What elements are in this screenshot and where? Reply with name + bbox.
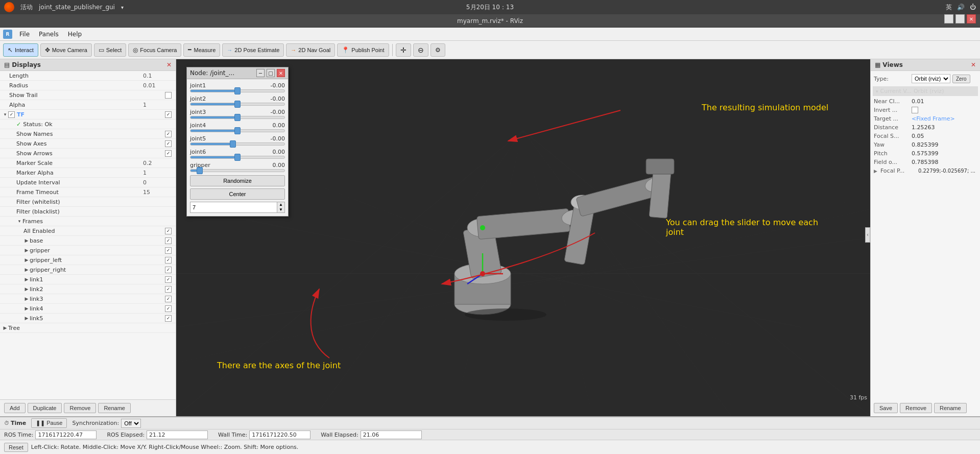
sync-select[interactable]: Off [121, 419, 141, 428]
base-checkbox[interactable] [165, 237, 172, 244]
jsp-spinbox[interactable]: ▲ ▼ [190, 202, 285, 213]
filter-whitelist-item: Filter (whitelist) [0, 197, 176, 207]
app-name[interactable]: joint_state_publisher_gui [39, 4, 115, 11]
nav-goal-btn[interactable]: → 2D Nav Goal [286, 43, 335, 57]
gripper-checkbox[interactable] [165, 247, 172, 254]
link1-expand-arrow[interactable]: ▶ [23, 276, 30, 282]
toolbar-plus-btn[interactable]: ✛ [396, 43, 411, 57]
collapse-handle[interactable]: ‹ [865, 227, 870, 243]
move-camera-btn[interactable]: ✥ Move Camera [40, 43, 92, 57]
link4-checkbox[interactable] [165, 305, 172, 312]
focal-p-expand[interactable]: ▶ [874, 169, 877, 174]
add-btn[interactable]: Add [4, 403, 26, 413]
link4-expand-arrow[interactable]: ▶ [23, 305, 30, 312]
displays-close-icon[interactable]: ✕ [166, 61, 172, 68]
current-view-value: Orbit (rviz) [914, 88, 944, 94]
link3-expand-arrow[interactable]: ▶ [23, 296, 30, 302]
link2-expand-arrow[interactable]: ▶ [23, 286, 30, 292]
views-zero-btn[interactable]: Zero [952, 75, 970, 83]
lang-indicator[interactable]: 英 [946, 3, 952, 12]
tree-expand-arrow[interactable]: ▶ [2, 325, 8, 331]
maximize-btn[interactable]: □ [955, 14, 965, 23]
toolbar-minus-btn[interactable]: ⊖ [413, 43, 428, 57]
show-names-checkbox[interactable] [165, 131, 172, 137]
reset-btn[interactable]: Reset [4, 443, 28, 452]
spinbox-down-btn[interactable]: ▼ [277, 207, 284, 212]
measure-btn[interactable]: ━ Measure [183, 43, 220, 57]
tf-checkbox[interactable] [8, 111, 15, 118]
gripper-right-expand-arrow[interactable]: ▶ [23, 267, 30, 273]
jsp-maximize-btn[interactable]: □ [267, 69, 275, 77]
frames-expand-arrow[interactable]: ▾ [16, 218, 22, 224]
show-axes-checkbox[interactable] [165, 140, 172, 147]
current-view-expand[interactable]: ▾ [876, 89, 878, 94]
link3-checkbox[interactable] [165, 296, 172, 302]
rename-btn[interactable]: Rename [98, 403, 131, 413]
gripper-expand-arrow[interactable]: ▶ [23, 247, 30, 253]
joint1-row: joint1 -0.00 [190, 82, 285, 92]
link5-checkbox[interactable] [165, 315, 172, 322]
tf-enable-checkbox[interactable] [165, 111, 172, 118]
all-enabled-checkbox[interactable] [165, 228, 172, 234]
power-icon[interactable]: ⏻ [970, 4, 976, 11]
app-dropdown-icon[interactable]: ▾ [121, 5, 124, 10]
close-btn[interactable]: ✕ [967, 14, 976, 23]
activities-label[interactable]: 活动 [20, 3, 33, 12]
link1-checkbox[interactable] [165, 276, 172, 283]
views-type-select[interactable]: Orbit (rviz) [912, 74, 950, 83]
volume-icon[interactable]: 🔊 [957, 4, 965, 11]
gripper-left-checkbox[interactable] [165, 257, 172, 264]
gripper-slider[interactable] [190, 169, 285, 172]
spinbox-up-btn[interactable]: ▲ [277, 202, 284, 207]
joint6-value: 0.00 [265, 149, 285, 155]
invert-checkbox[interactable] [912, 107, 918, 113]
joint6-slider[interactable] [190, 156, 285, 159]
pitch-row: Pitch 0.575399 [873, 149, 978, 158]
views-close-icon[interactable]: ✕ [971, 61, 976, 68]
views-remove-btn[interactable]: Remove [900, 403, 932, 413]
status-bar: Reset Left-Click: Rotate. Middle-Click: … [0, 440, 980, 454]
randomize-btn[interactable]: Randomize [190, 175, 285, 186]
toolbar-settings-btn[interactable]: ⚙ [431, 43, 445, 57]
link5-expand-arrow[interactable]: ▶ [23, 315, 30, 321]
base-expand-arrow[interactable]: ▶ [23, 237, 30, 244]
minimize-btn[interactable]: ─ [944, 14, 953, 23]
gripper-right-checkbox[interactable] [165, 267, 172, 273]
time-bar-bottom: ROS Time: 1716171220.47 ROS Elapsed: 21.… [0, 429, 980, 440]
interact-btn[interactable]: ↖ Interact [3, 43, 38, 57]
focus-camera-btn[interactable]: ◎ Focus Camera [128, 43, 181, 57]
joint2-name: joint2 [190, 95, 206, 102]
center-btn[interactable]: Center [190, 188, 285, 200]
jsp-close-btn[interactable]: ✕ [277, 69, 285, 77]
time-icon: ⏱ [4, 420, 9, 426]
select-btn[interactable]: ▭ Select [94, 43, 127, 57]
views-save-btn[interactable]: Save [874, 403, 898, 413]
joint4-slider[interactable] [190, 129, 285, 132]
tf-expand-arrow[interactable]: ▾ [2, 111, 8, 117]
gripper-left-item: ▶ gripper_left [0, 255, 176, 265]
jsp-spinbox-input[interactable] [190, 203, 277, 211]
show-trail-checkbox[interactable] [165, 92, 172, 99]
menu-help[interactable]: Help [64, 30, 86, 39]
joint1-slider[interactable] [190, 89, 285, 92]
all-enabled-item: All Enabled [0, 226, 176, 236]
joint5-slider[interactable] [190, 142, 285, 146]
show-arrows-checkbox[interactable] [165, 150, 172, 157]
menu-file[interactable]: File [15, 30, 34, 39]
link2-checkbox[interactable] [165, 286, 172, 293]
viewport[interactable]: The resulting simulation model You can d… [176, 59, 870, 416]
joint2-row: joint2 -0.00 [190, 95, 285, 106]
jsp-minimize-btn[interactable]: ─ [256, 69, 265, 77]
pose-estimate-btn[interactable]: → 2D Pose Estimate [222, 43, 284, 57]
jsp-titlebar[interactable]: Node: /joint_... ─ □ ✕ [187, 67, 288, 79]
duplicate-btn[interactable]: Duplicate [28, 403, 62, 413]
publish-point-btn[interactable]: 📍 Publish Point [337, 43, 389, 57]
joint2-slider[interactable] [190, 103, 285, 106]
gripper-joint-value: 0.00 [265, 162, 285, 169]
remove-btn[interactable]: Remove [64, 403, 96, 413]
menu-panels[interactable]: Panels [35, 30, 63, 39]
views-rename-btn[interactable]: Rename [934, 403, 967, 413]
pause-btn[interactable]: ❚❚ Pause [31, 418, 67, 428]
gripper-left-expand-arrow[interactable]: ▶ [23, 257, 30, 263]
joint3-slider[interactable] [190, 116, 285, 119]
